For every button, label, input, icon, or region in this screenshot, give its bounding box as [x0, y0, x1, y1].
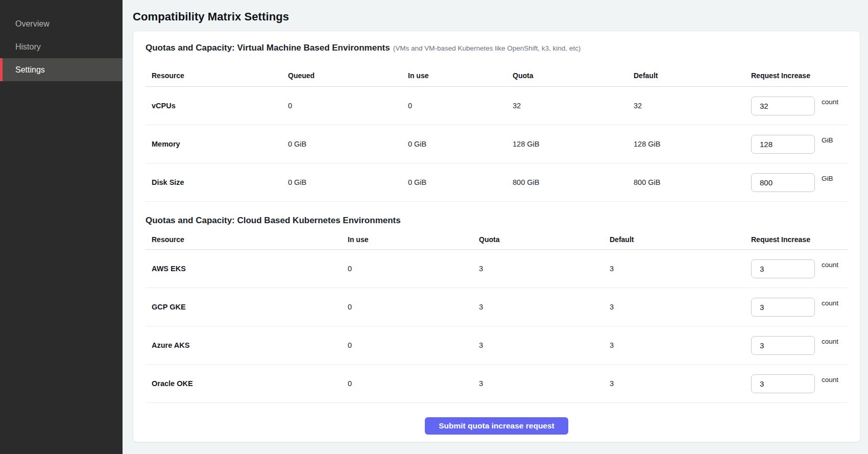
table-row-vcpus: vCPUs 0 0 32 32 count: [146, 87, 848, 125]
vm-section-subtitle: (VMs and VM-based Kubernetes like OpenSh…: [393, 44, 581, 52]
cell-in-use: 0: [348, 341, 479, 349]
request-increase-input-aws-eks[interactable]: [751, 259, 815, 278]
cell-in-use: 0: [348, 265, 479, 273]
vm-quota-table: Resource Queued In use Quota Default Req…: [146, 64, 848, 202]
k8s-section-heading: Quotas and Capacity: Cloud Based Kuberne…: [146, 215, 848, 226]
table-row-azure-aks: Azure AKS 0 3 3 count: [146, 326, 848, 365]
vm-section-heading: Quotas and Capacity: Virtual Machine Bas…: [146, 42, 848, 54]
cell-default: 32: [634, 102, 751, 110]
cell-queued: 0 GiB: [288, 140, 408, 148]
col-header-default: Default: [634, 71, 751, 80]
col-header-resource: Resource: [146, 71, 288, 80]
col-header-request-increase: Request Increase: [751, 235, 848, 244]
col-header-quota: Quota: [479, 235, 610, 244]
cell-in-use: 0: [348, 303, 479, 311]
page-title: Compatibility Matrix Settings: [133, 10, 860, 23]
table-row-gcp-gke: GCP GKE 0 3 3 count: [146, 288, 848, 326]
request-increase-input-vcpus[interactable]: [751, 97, 815, 115]
request-increase-input-oracle-oke[interactable]: [751, 374, 815, 393]
cell-resource: GCP GKE: [146, 303, 348, 311]
sidebar-item-label: Settings: [15, 65, 45, 74]
col-header-in-use: In use: [408, 71, 513, 80]
sidebar: Overview History Settings: [0, 0, 123, 454]
cell-request-increase: count: [751, 298, 848, 317]
request-increase-input-azure-aks[interactable]: [751, 336, 815, 355]
table-row-aws-eks: AWS EKS 0 3 3 count: [146, 250, 848, 288]
table-row-oracle-oke: Oracle OKE 0 3 3 count: [146, 365, 848, 403]
cell-resource: Disk Size: [146, 178, 288, 186]
request-increase-input-disk-size[interactable]: [751, 173, 815, 192]
cell-queued: 0: [288, 102, 408, 110]
unit-label: count: [822, 98, 838, 106]
cell-request-increase: count: [751, 374, 848, 393]
unit-label: count: [822, 261, 838, 269]
cell-default: 3: [610, 341, 751, 349]
k8s-quota-table: Resource In use Quota Default Request In…: [146, 229, 848, 403]
sidebar-item-settings[interactable]: Settings: [0, 58, 123, 81]
cell-request-increase: GiB: [751, 135, 848, 154]
cell-in-use: 0: [408, 102, 513, 110]
sidebar-item-label: Overview: [15, 19, 50, 28]
cell-in-use: 0: [348, 379, 479, 388]
cell-quota: 32: [513, 102, 634, 110]
cell-resource: vCPUs: [146, 102, 288, 110]
unit-label: count: [822, 376, 838, 384]
cell-resource: Oracle OKE: [146, 379, 348, 388]
unit-label: GiB: [822, 136, 833, 144]
cell-default: 3: [610, 265, 751, 273]
cell-request-increase: count: [751, 259, 848, 278]
cell-queued: 0 GiB: [288, 178, 408, 186]
vm-table-header-row: Resource Queued In use Quota Default Req…: [146, 64, 848, 87]
col-header-in-use: In use: [348, 235, 479, 244]
cell-resource: AWS EKS: [146, 265, 348, 273]
cell-quota: 3: [479, 379, 610, 388]
cell-in-use: 0 GiB: [408, 178, 513, 186]
cell-default: 3: [610, 379, 751, 388]
unit-label: count: [822, 299, 838, 307]
col-header-quota: Quota: [513, 71, 634, 80]
cell-quota: 128 GiB: [513, 140, 634, 148]
cell-request-increase: count: [751, 336, 848, 355]
cell-quota: 800 GiB: [513, 178, 634, 186]
col-header-queued: Queued: [288, 71, 408, 80]
table-row-disk-size: Disk Size 0 GiB 0 GiB 800 GiB 800 GiB Gi…: [146, 163, 848, 202]
request-increase-input-gcp-gke[interactable]: [751, 298, 815, 317]
cell-default: 128 GiB: [634, 140, 751, 148]
vm-section-title: Quotas and Capacity: Virtual Machine Bas…: [146, 43, 390, 53]
sidebar-item-overview[interactable]: Overview: [0, 12, 123, 35]
cell-quota: 3: [479, 341, 610, 349]
submit-quota-increase-button[interactable]: Submit quota increase request: [425, 417, 568, 435]
cell-default: 800 GiB: [634, 178, 751, 186]
settings-card: Quotas and Capacity: Virtual Machine Bas…: [133, 31, 860, 442]
cell-quota: 3: [479, 265, 610, 273]
cell-resource: Memory: [146, 140, 288, 148]
unit-label: count: [822, 338, 838, 345]
unit-label: GiB: [822, 175, 833, 182]
cell-default: 3: [610, 303, 751, 311]
cell-resource: Azure AKS: [146, 341, 348, 349]
request-increase-input-memory[interactable]: [751, 135, 815, 154]
col-header-resource: Resource: [146, 235, 348, 244]
k8s-section-title: Quotas and Capacity: Cloud Based Kuberne…: [146, 216, 401, 225]
k8s-table-header-row: Resource In use Quota Default Request In…: [146, 229, 848, 250]
sidebar-item-label: History: [15, 42, 41, 51]
cell-request-increase: count: [751, 97, 848, 115]
active-indicator-bar: [0, 58, 3, 81]
cell-quota: 3: [479, 303, 610, 311]
col-header-default: Default: [610, 235, 751, 244]
table-row-memory: Memory 0 GiB 0 GiB 128 GiB 128 GiB GiB: [146, 125, 848, 163]
col-header-request-increase: Request Increase: [751, 71, 848, 80]
main-content: Compatibility Matrix Settings Quotas and…: [123, 0, 868, 454]
sidebar-item-history[interactable]: History: [0, 35, 123, 58]
cell-request-increase: GiB: [751, 173, 848, 192]
submit-area: Submit quota increase request: [146, 403, 848, 442]
cell-in-use: 0 GiB: [408, 140, 513, 148]
